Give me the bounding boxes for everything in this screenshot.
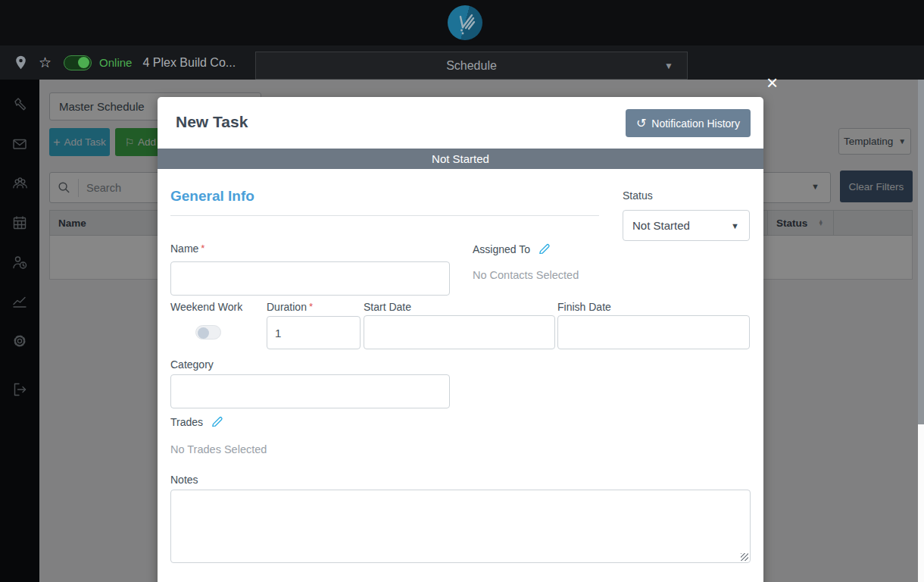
online-label: Online [99,56,132,69]
notes-label: Notes [170,474,198,486]
schedule-nav-dropdown[interactable]: Schedule ▼ [255,52,688,80]
notes-textarea[interactable] [170,490,751,563]
status-label: Status [623,189,653,202]
location-pin-icon [15,55,27,70]
job-bar: ☆ Online 4 Plex Build Co... Schedule ▼ [0,45,924,80]
new-task-modal: New Task ↺ Notification History Not Star… [158,97,763,582]
required-asterisk: * [309,301,313,312]
start-date-input[interactable] [364,315,555,349]
no-contacts-text: No Contacts Selected [473,269,579,281]
close-icon[interactable]: × [766,73,778,92]
notification-history-button[interactable]: ↺ Notification History [626,109,751,137]
start-date-label: Start Date [364,301,411,313]
status-select[interactable]: Not Started ▼ [623,210,750,241]
nav-dropdown-value: Schedule [446,59,497,73]
trades-label: Trades [170,415,223,430]
page-scrollbar[interactable] [918,80,924,582]
topbar [0,0,924,45]
name-input[interactable] [170,261,450,296]
chevron-down-icon: ▼ [731,221,739,230]
logo-stripes [448,5,482,40]
online-toggle[interactable] [64,55,92,70]
section-title-general-info: General Info [170,188,254,205]
notification-history-label: Notification History [651,117,740,130]
favorite-star-icon[interactable]: ☆ [39,54,52,71]
job-name[interactable]: 4 Plex Build Co... [142,56,236,70]
weekend-work-toggle[interactable] [195,325,221,340]
history-icon: ↺ [636,116,646,130]
category-input[interactable] [170,374,450,408]
status-banner: Not Started [158,149,763,169]
name-label: Name* [170,242,204,255]
required-asterisk: * [201,242,204,254]
no-trades-text: No Trades Selected [170,443,267,455]
app-logo-icon[interactable] [448,5,482,40]
app-screen: ☆ Online 4 Plex Build Co... Schedule ▼ [0,0,924,582]
assigned-to-label: Assigned To [473,242,551,258]
category-label: Category [170,358,214,371]
weekend-work-label: Weekend Work [170,301,242,313]
chevron-down-icon: ▼ [664,61,673,71]
section-divider [170,215,599,216]
duration-label: Duration* [267,301,313,313]
status-select-value: Not Started [632,219,690,232]
finish-date-label: Finish Date [557,301,611,313]
edit-pencil-icon[interactable] [211,415,223,430]
finish-date-input[interactable] [557,315,750,349]
scrollbar-thumb[interactable] [918,80,924,424]
duration-input[interactable] [267,316,361,349]
modal-title: New Task [176,113,248,131]
textarea-resize-handle[interactable] [741,553,748,561]
toggle-knob [198,327,209,339]
toggle-knob [78,57,89,68]
edit-pencil-icon[interactable] [538,242,551,258]
